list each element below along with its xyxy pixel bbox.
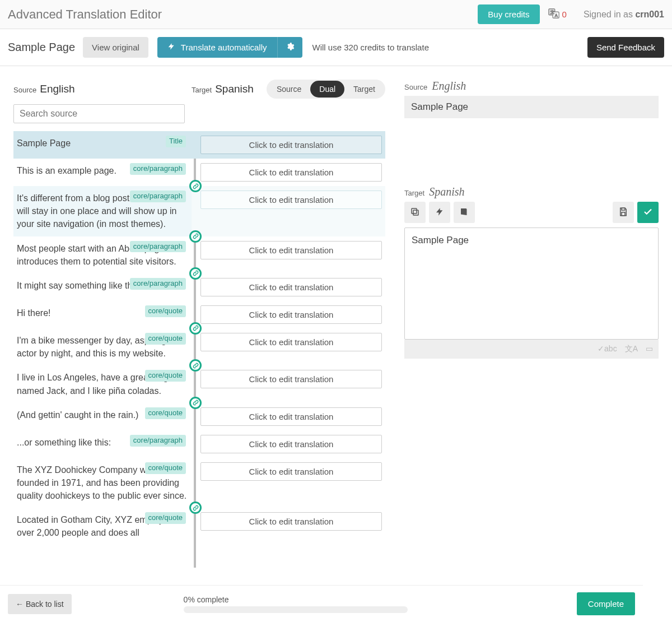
target-language-label: Target Spanish: [192, 83, 254, 95]
segment-source[interactable]: (And gettin' caught in the rain.)core/qu…: [13, 403, 192, 430]
segment-type-tag: core/paragraph: [130, 241, 186, 253]
editor-pane: Source English Sample Page Target Spanis…: [391, 66, 672, 568]
segment-source[interactable]: I live in Los Angeles, have a great dog …: [13, 365, 192, 402]
source-language-label: Source English: [13, 83, 192, 95]
segment-row[interactable]: I'm a bike messenger by day, aspiring ac…: [13, 328, 385, 365]
segment-row[interactable]: Located in Gotham City, XYZ employs over…: [13, 508, 385, 545]
segment-source[interactable]: I'm a bike messenger by day, aspiring ac…: [13, 328, 192, 365]
segments-pane: Source English Target Spanish Source Dua…: [0, 66, 391, 568]
translation-input[interactable]: Click to edit translation: [200, 512, 382, 531]
credits-note: Will use 320 credits to translate: [312, 43, 429, 52]
segment-source[interactable]: This is an example page.core/paragraph: [13, 159, 192, 186]
segment-source[interactable]: The XYZ Doohickey Company was founded in…: [13, 458, 192, 508]
segment-target: Click to edit translation: [192, 236, 385, 273]
segment-target: Click to edit translation: [192, 508, 385, 545]
source-language: English: [40, 83, 74, 95]
link-icon[interactable]: [189, 322, 202, 335]
translation-input[interactable]: Click to edit translation: [200, 136, 382, 154]
label-target-right: Target: [404, 189, 424, 197]
translate-auto-label: Translate automatically: [181, 43, 267, 52]
translation-input[interactable]: Click to edit translation: [200, 462, 382, 481]
segment-source[interactable]: Most people start with an About page tha…: [13, 236, 192, 273]
search-source-input[interactable]: [13, 104, 185, 123]
segment-row[interactable]: This is an example page.core/paragraphCl…: [13, 159, 385, 186]
view-dual-button[interactable]: Dual: [310, 81, 344, 98]
svg-rect-7: [622, 212, 625, 215]
machine-translate-button[interactable]: [429, 202, 450, 223]
translation-input[interactable]: Click to edit translation: [200, 370, 382, 388]
book-icon: [459, 207, 469, 219]
source-preview-label: Source English: [404, 80, 659, 92]
link-icon[interactable]: [189, 230, 202, 243]
username: crn001: [635, 10, 664, 19]
svg-rect-6: [622, 208, 625, 210]
segment-type-tag: core/paragraph: [130, 163, 186, 175]
spellcheck-icon[interactable]: ✓abc: [598, 344, 617, 354]
translate-automatically-button[interactable]: Translate automatically: [157, 37, 277, 58]
segment-type-tag: core/quote: [145, 512, 186, 524]
send-feedback-button[interactable]: Send Feedback: [587, 37, 664, 58]
segment-type-tag: core/quote: [145, 462, 186, 474]
segment-row[interactable]: ...or something like this:core/paragraph…: [13, 430, 385, 458]
segment-row[interactable]: It's different from a blog post because …: [13, 186, 385, 236]
segment-source[interactable]: Located in Gotham City, XYZ employs over…: [13, 508, 192, 545]
translate-auto-group: Translate automatically: [157, 37, 302, 58]
translation-input[interactable]: Click to edit translation: [200, 278, 382, 296]
segment-source[interactable]: ...or something like this:core/paragraph: [13, 430, 192, 458]
segment-type-tag: core/quote: [145, 333, 186, 345]
segments-list: Sample PageTitleClick to edit translatio…: [13, 131, 385, 568]
segment-type-tag: core/paragraph: [130, 278, 186, 290]
tag-icon[interactable]: ▭: [646, 344, 653, 354]
translate-direction-icon[interactable]: 文A: [625, 344, 638, 354]
translation-input[interactable]: Click to edit translation: [200, 407, 382, 426]
confirm-button[interactable]: [637, 202, 659, 223]
view-mode-toggle: Source Dual Target: [267, 80, 385, 99]
segment-type-tag: core/paragraph: [130, 191, 186, 202]
translation-input[interactable]: Click to edit translation: [200, 305, 382, 324]
svg-rect-4: [413, 210, 418, 215]
link-icon[interactable]: [189, 180, 202, 192]
view-source-button[interactable]: Source: [268, 81, 310, 98]
target-editor[interactable]: Sample Page: [404, 228, 659, 340]
segment-target: Click to edit translation: [192, 430, 385, 458]
segment-row[interactable]: Most people start with an About page tha…: [13, 236, 385, 273]
translation-input[interactable]: Click to edit translation: [200, 435, 382, 453]
segment-source[interactable]: It's different from a blog post because …: [13, 186, 192, 236]
view-target-button[interactable]: Target: [344, 81, 384, 98]
link-icon[interactable]: [189, 267, 202, 280]
segment-target: Click to edit translation: [192, 328, 385, 365]
buy-credits-button[interactable]: Buy credits: [478, 4, 539, 24]
translation-input[interactable]: Click to edit translation: [200, 191, 382, 209]
save-button[interactable]: [613, 202, 634, 223]
segment-source[interactable]: It might say something like this:core/pa…: [13, 273, 192, 301]
copy-source-button[interactable]: [404, 202, 426, 223]
segment-type-tag: core/quote: [145, 305, 186, 317]
label-source-right: Source: [404, 83, 427, 91]
glossary-button[interactable]: [454, 202, 475, 223]
language-header: Source English Target Spanish Source Dua…: [13, 80, 385, 99]
segment-target: Click to edit translation: [192, 159, 385, 186]
page-title: Sample Page: [8, 41, 75, 54]
svg-text:文: 文: [550, 10, 554, 15]
copy-icon: [410, 207, 420, 219]
segment-row[interactable]: Hi there!core/quoteClick to edit transla…: [13, 301, 385, 328]
source-preview: Sample Page: [404, 96, 659, 118]
credits-badge: 文 A 0: [548, 7, 567, 21]
signed-in-prefix: Signed in as: [584, 10, 636, 19]
link-icon[interactable]: [189, 397, 202, 409]
translate-settings-button[interactable]: [277, 37, 302, 58]
translation-input[interactable]: Click to edit translation: [200, 333, 382, 351]
segment-source[interactable]: Hi there!core/quote: [13, 301, 192, 328]
segment-row[interactable]: Sample PageTitleClick to edit translatio…: [13, 131, 385, 159]
signed-in-label: Signed in as crn001: [584, 10, 664, 20]
segment-row[interactable]: The XYZ Doohickey Company was founded in…: [13, 458, 385, 508]
segment-source[interactable]: Sample PageTitle: [13, 131, 192, 159]
app-title: Advanced Translation Editor: [8, 7, 162, 22]
translation-input[interactable]: Click to edit translation: [200, 163, 382, 182]
target-editor-footer: ✓abc 文A ▭: [404, 340, 659, 359]
translation-input[interactable]: Click to edit translation: [200, 241, 382, 259]
target-language: Spanish: [215, 83, 254, 95]
bolt-icon: [435, 207, 444, 218]
view-original-button[interactable]: View original: [83, 37, 148, 58]
segment-row[interactable]: I live in Los Angeles, have a great dog …: [13, 365, 385, 402]
